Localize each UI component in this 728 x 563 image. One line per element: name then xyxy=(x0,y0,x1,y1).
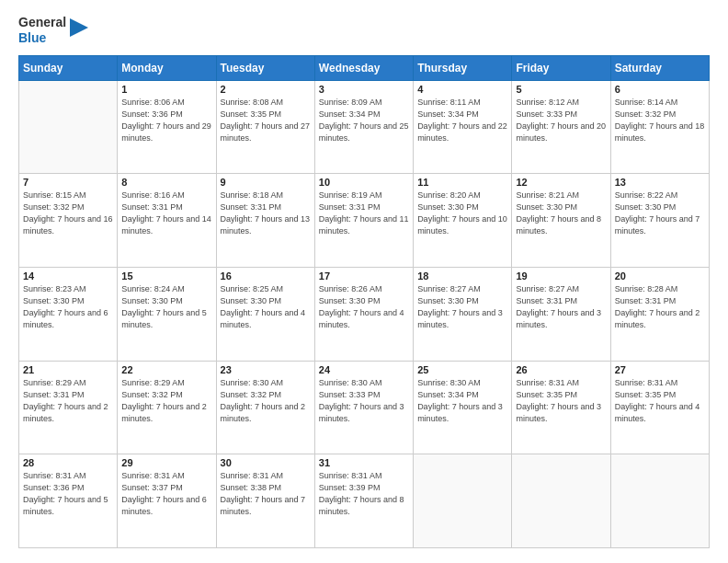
day-number: 7 xyxy=(23,177,113,188)
day-info: Sunrise: 8:08 AM Sunset: 3:35 PM Dayligh… xyxy=(221,97,311,144)
day-info: Sunrise: 8:30 AM Sunset: 3:34 PM Dayligh… xyxy=(417,377,507,425)
day-number: 3 xyxy=(319,84,409,95)
calendar-cell: 26Sunrise: 8:31 AM Sunset: 3:35 PM Dayli… xyxy=(512,361,610,454)
calendar-cell: 6Sunrise: 8:14 AM Sunset: 3:32 PM Daylig… xyxy=(610,80,709,174)
day-number: 10 xyxy=(319,177,409,188)
calendar-cell: 29Sunrise: 8:31 AM Sunset: 3:37 PM Dayli… xyxy=(118,454,216,548)
calendar-cell: 31Sunrise: 8:31 AM Sunset: 3:39 PM Dayli… xyxy=(314,454,413,548)
calendar-cell: 21Sunrise: 8:29 AM Sunset: 3:31 PM Dayli… xyxy=(19,361,118,454)
calendar-cell: 3Sunrise: 8:09 AM Sunset: 3:34 PM Daylig… xyxy=(314,80,413,174)
day-info: Sunrise: 8:27 AM Sunset: 3:31 PM Dayligh… xyxy=(516,283,606,331)
day-number: 8 xyxy=(121,177,211,188)
logo-blue: Blue xyxy=(18,30,46,45)
calendar-cell: 19Sunrise: 8:27 AM Sunset: 3:31 PM Dayli… xyxy=(512,267,610,361)
calendar-header-thursday: Thursday xyxy=(414,55,512,80)
day-info: Sunrise: 8:15 AM Sunset: 3:32 PM Dayligh… xyxy=(23,190,113,237)
day-number: 14 xyxy=(23,270,113,282)
day-number: 24 xyxy=(319,364,409,375)
day-info: Sunrise: 8:30 AM Sunset: 3:32 PM Dayligh… xyxy=(221,377,311,425)
calendar-cell: 25Sunrise: 8:30 AM Sunset: 3:34 PM Dayli… xyxy=(414,361,512,454)
day-number: 5 xyxy=(516,84,606,95)
calendar-header-tuesday: Tuesday xyxy=(216,55,314,80)
day-number: 12 xyxy=(516,177,606,188)
day-info: Sunrise: 8:29 AM Sunset: 3:31 PM Dayligh… xyxy=(23,377,113,425)
calendar-cell: 22Sunrise: 8:29 AM Sunset: 3:32 PM Dayli… xyxy=(118,361,216,454)
calendar-header-saturday: Saturday xyxy=(610,55,709,80)
calendar-week-1: 7Sunrise: 8:15 AM Sunset: 3:32 PM Daylig… xyxy=(19,174,710,268)
day-number: 17 xyxy=(319,270,409,282)
calendar-cell: 7Sunrise: 8:15 AM Sunset: 3:32 PM Daylig… xyxy=(19,174,118,268)
day-number: 31 xyxy=(319,457,409,468)
calendar-week-2: 14Sunrise: 8:23 AM Sunset: 3:30 PM Dayli… xyxy=(19,267,710,361)
calendar-cell xyxy=(19,80,118,174)
calendar-cell: 27Sunrise: 8:31 AM Sunset: 3:35 PM Dayli… xyxy=(610,361,709,454)
day-number: 19 xyxy=(516,270,606,282)
page: General Blue SundayMondayTuesdayWednesda… xyxy=(0,0,728,563)
calendar-cell: 20Sunrise: 8:28 AM Sunset: 3:31 PM Dayli… xyxy=(610,267,709,361)
calendar-week-0: 1Sunrise: 8:06 AM Sunset: 3:36 PM Daylig… xyxy=(19,80,710,174)
logo-text: General Blue xyxy=(18,15,66,46)
calendar-cell: 1Sunrise: 8:06 AM Sunset: 3:36 PM Daylig… xyxy=(118,80,216,174)
logo-general: General xyxy=(18,15,66,29)
logo-triangle-icon xyxy=(70,18,88,44)
day-info: Sunrise: 8:16 AM Sunset: 3:31 PM Dayligh… xyxy=(121,190,211,237)
calendar-header-wednesday: Wednesday xyxy=(314,55,413,80)
day-info: Sunrise: 8:31 AM Sunset: 3:39 PM Dayligh… xyxy=(319,470,409,518)
calendar-week-3: 21Sunrise: 8:29 AM Sunset: 3:31 PM Dayli… xyxy=(19,361,710,454)
calendar-cell: 15Sunrise: 8:24 AM Sunset: 3:30 PM Dayli… xyxy=(118,267,216,361)
day-number: 26 xyxy=(516,364,606,375)
day-info: Sunrise: 8:14 AM Sunset: 3:32 PM Dayligh… xyxy=(615,97,705,144)
calendar-header-friday: Friday xyxy=(512,55,610,80)
day-number: 30 xyxy=(221,457,311,468)
calendar-cell: 30Sunrise: 8:31 AM Sunset: 3:38 PM Dayli… xyxy=(216,454,314,548)
calendar-cell: 9Sunrise: 8:18 AM Sunset: 3:31 PM Daylig… xyxy=(216,174,314,268)
calendar-header-sunday: Sunday xyxy=(19,55,118,80)
day-info: Sunrise: 8:20 AM Sunset: 3:30 PM Dayligh… xyxy=(417,190,507,237)
calendar-cell: 18Sunrise: 8:27 AM Sunset: 3:30 PM Dayli… xyxy=(414,267,512,361)
day-info: Sunrise: 8:30 AM Sunset: 3:33 PM Dayligh… xyxy=(319,377,409,425)
day-info: Sunrise: 8:31 AM Sunset: 3:35 PM Dayligh… xyxy=(615,377,705,425)
day-number: 16 xyxy=(221,270,311,282)
day-number: 28 xyxy=(23,457,113,468)
logo: General Blue xyxy=(18,15,88,46)
day-number: 13 xyxy=(615,177,705,188)
calendar-cell: 10Sunrise: 8:19 AM Sunset: 3:31 PM Dayli… xyxy=(314,174,413,268)
day-info: Sunrise: 8:31 AM Sunset: 3:35 PM Dayligh… xyxy=(516,377,606,425)
calendar-cell: 13Sunrise: 8:22 AM Sunset: 3:30 PM Dayli… xyxy=(610,174,709,268)
day-number: 4 xyxy=(417,84,507,95)
day-number: 15 xyxy=(121,270,211,282)
calendar-cell xyxy=(512,454,610,548)
calendar-cell: 5Sunrise: 8:12 AM Sunset: 3:33 PM Daylig… xyxy=(512,80,610,174)
day-number: 11 xyxy=(417,177,507,188)
calendar-cell: 11Sunrise: 8:20 AM Sunset: 3:30 PM Dayli… xyxy=(414,174,512,268)
calendar-cell: 2Sunrise: 8:08 AM Sunset: 3:35 PM Daylig… xyxy=(216,80,314,174)
day-number: 2 xyxy=(221,84,311,95)
calendar-cell: 12Sunrise: 8:21 AM Sunset: 3:30 PM Dayli… xyxy=(512,174,610,268)
day-info: Sunrise: 8:19 AM Sunset: 3:31 PM Dayligh… xyxy=(319,190,409,237)
day-number: 21 xyxy=(23,364,113,375)
day-info: Sunrise: 8:09 AM Sunset: 3:34 PM Dayligh… xyxy=(319,97,409,144)
day-info: Sunrise: 8:18 AM Sunset: 3:31 PM Dayligh… xyxy=(221,190,311,237)
calendar-cell: 4Sunrise: 8:11 AM Sunset: 3:34 PM Daylig… xyxy=(414,80,512,174)
day-number: 18 xyxy=(417,270,507,282)
day-number: 20 xyxy=(615,270,705,282)
header: General Blue xyxy=(18,15,710,46)
calendar-week-4: 28Sunrise: 8:31 AM Sunset: 3:36 PM Dayli… xyxy=(19,454,710,548)
day-info: Sunrise: 8:28 AM Sunset: 3:31 PM Dayligh… xyxy=(615,283,705,331)
calendar-header-monday: Monday xyxy=(118,55,216,80)
calendar-cell xyxy=(610,454,709,548)
day-info: Sunrise: 8:23 AM Sunset: 3:30 PM Dayligh… xyxy=(23,283,113,331)
day-info: Sunrise: 8:27 AM Sunset: 3:30 PM Dayligh… xyxy=(417,283,507,331)
day-info: Sunrise: 8:12 AM Sunset: 3:33 PM Dayligh… xyxy=(516,97,606,144)
day-number: 1 xyxy=(121,84,211,95)
day-info: Sunrise: 8:29 AM Sunset: 3:32 PM Dayligh… xyxy=(121,377,211,425)
calendar-table: SundayMondayTuesdayWednesdayThursdayFrid… xyxy=(18,55,710,548)
calendar-cell: 17Sunrise: 8:26 AM Sunset: 3:30 PM Dayli… xyxy=(314,267,413,361)
day-info: Sunrise: 8:31 AM Sunset: 3:36 PM Dayligh… xyxy=(23,470,113,518)
day-number: 29 xyxy=(121,457,211,468)
calendar-header-row: SundayMondayTuesdayWednesdayThursdayFrid… xyxy=(19,55,710,80)
svg-marker-0 xyxy=(70,18,88,37)
day-number: 6 xyxy=(615,84,705,95)
day-info: Sunrise: 8:24 AM Sunset: 3:30 PM Dayligh… xyxy=(121,283,211,331)
day-number: 27 xyxy=(615,364,705,375)
